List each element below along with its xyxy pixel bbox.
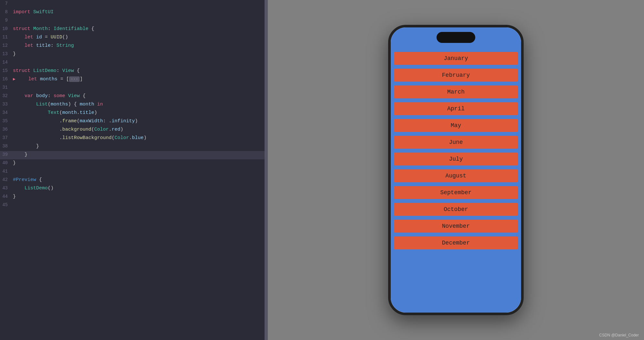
line-content: } bbox=[13, 143, 39, 150]
line-number: 44 bbox=[0, 193, 13, 200]
code-line: 16▶ let months = [···] bbox=[0, 75, 265, 84]
month-bar: January bbox=[394, 52, 518, 65]
line-number: 12 bbox=[0, 42, 13, 49]
line-number: 38 bbox=[0, 143, 13, 150]
line-content: } bbox=[13, 151, 27, 159]
month-bar: February bbox=[394, 69, 518, 82]
line-number: 37 bbox=[0, 134, 13, 141]
month-list-item[interactable]: July bbox=[391, 151, 521, 167]
line-number: 10 bbox=[0, 25, 13, 32]
line-content: .listRowBackground(Color.blue) bbox=[13, 134, 146, 142]
line-number: 9 bbox=[0, 17, 13, 24]
code-line: 12 let title: String bbox=[0, 42, 265, 50]
line-content bbox=[13, 84, 16, 92]
code-line: 8import SwiftUI bbox=[0, 8, 265, 17]
line-content: .frame(maxWidth: .infinity) bbox=[13, 117, 138, 125]
month-bar: May bbox=[394, 119, 518, 132]
line-content: #Preview { bbox=[13, 176, 42, 184]
line-content: let id = UUID() bbox=[13, 34, 68, 41]
month-bar: August bbox=[394, 169, 518, 182]
code-line: 10struct Month: Identifiable { bbox=[0, 25, 265, 34]
line-content: } bbox=[13, 159, 16, 167]
line-number: 11 bbox=[0, 34, 13, 41]
line-content: struct ListDemo: View { bbox=[13, 67, 80, 75]
line-number: 35 bbox=[0, 117, 13, 125]
code-line: 36 .background(Color.red) bbox=[0, 126, 265, 134]
line-number: 7 bbox=[0, 0, 13, 7]
code-line: 35 .frame(maxWidth: .infinity) bbox=[0, 117, 265, 126]
line-number: 31 bbox=[0, 84, 13, 91]
month-list-item[interactable]: August bbox=[391, 167, 521, 184]
month-list-item[interactable]: April bbox=[391, 100, 521, 117]
month-list-item[interactable]: November bbox=[391, 218, 521, 235]
month-bar: December bbox=[394, 236, 518, 249]
line-content: List(months) { month in bbox=[13, 101, 103, 108]
line-content: import SwiftUI bbox=[13, 8, 54, 16]
phone-screen[interactable]: JanuaryFebruaryMarchAprilMayJuneJulyAugu… bbox=[391, 27, 521, 313]
code-line: 32 var body: some View { bbox=[0, 92, 265, 101]
line-content: struct Month: Identifiable { bbox=[13, 25, 94, 33]
line-number: 40 bbox=[0, 159, 13, 166]
month-bar: April bbox=[394, 102, 518, 115]
code-line: 11 let id = UUID() bbox=[0, 34, 265, 42]
line-content: let title: String bbox=[13, 42, 74, 50]
code-lines: 7 8import SwiftUI9 10struct Month: Ident… bbox=[0, 0, 265, 210]
editor-divider bbox=[265, 0, 268, 340]
line-number: 42 bbox=[0, 176, 13, 183]
line-number: 43 bbox=[0, 185, 13, 192]
watermark: CSDN @Daniel_Coder bbox=[599, 333, 639, 337]
code-line: 9 bbox=[0, 17, 265, 25]
month-bar: November bbox=[394, 220, 518, 233]
code-line: 33 List(months) { month in bbox=[0, 101, 265, 109]
line-content: Text(month.title) bbox=[13, 109, 97, 117]
line-content: } bbox=[13, 193, 16, 201]
line-number: 16 bbox=[0, 75, 13, 83]
fold-arrow-icon[interactable]: ▶ bbox=[13, 76, 15, 83]
code-line: 13} bbox=[0, 50, 265, 59]
code-line: 15struct ListDemo: View { bbox=[0, 67, 265, 75]
line-number: 34 bbox=[0, 109, 13, 116]
phone-mockup: JanuaryFebruaryMarchAprilMayJuneJulyAugu… bbox=[388, 25, 524, 315]
month-bar: September bbox=[394, 186, 518, 199]
code-line: 38 } bbox=[0, 143, 265, 151]
line-number: 33 bbox=[0, 101, 13, 108]
line-number: 15 bbox=[0, 67, 13, 74]
code-line: 44} bbox=[0, 193, 265, 201]
code-line: 42#Preview { bbox=[0, 176, 265, 185]
code-line: 34 Text(month.title) bbox=[0, 109, 265, 117]
line-content: var body: some View { bbox=[13, 92, 86, 100]
month-list-item[interactable]: October bbox=[391, 201, 521, 218]
line-number: 45 bbox=[0, 201, 13, 208]
line-content: .background(Color.red) bbox=[13, 126, 123, 134]
month-list-item[interactable]: May bbox=[391, 117, 521, 134]
line-content bbox=[13, 168, 16, 175]
month-list-item[interactable]: February bbox=[391, 67, 521, 84]
month-list-item[interactable]: September bbox=[391, 184, 521, 201]
line-content: ListDemo() bbox=[13, 185, 54, 192]
line-content bbox=[13, 59, 16, 66]
code-line: 14 bbox=[0, 59, 265, 67]
line-content bbox=[13, 0, 16, 8]
month-bar: July bbox=[394, 153, 518, 165]
code-line: 40} bbox=[0, 159, 265, 168]
line-number: 8 bbox=[0, 8, 13, 15]
line-number: 13 bbox=[0, 50, 13, 57]
line-content: let months = [···] bbox=[17, 75, 83, 83]
month-list-item[interactable]: June bbox=[391, 134, 521, 151]
dynamic-island bbox=[437, 32, 475, 43]
month-bar: March bbox=[394, 85, 518, 98]
code-line: 45 bbox=[0, 201, 265, 210]
month-bar: October bbox=[394, 203, 518, 216]
line-content: } bbox=[13, 50, 16, 58]
month-list-item[interactable]: January bbox=[391, 50, 521, 67]
line-number: 39 bbox=[0, 151, 13, 158]
month-list-item[interactable]: March bbox=[391, 84, 521, 100]
code-line: 41 bbox=[0, 168, 265, 176]
preview-area: JanuaryFebruaryMarchAprilMayJuneJulyAugu… bbox=[268, 0, 644, 340]
code-line: 7 bbox=[0, 0, 265, 8]
month-bar: June bbox=[394, 136, 518, 149]
code-editor[interactable]: 7 8import SwiftUI9 10struct Month: Ident… bbox=[0, 0, 265, 340]
line-number: 36 bbox=[0, 126, 13, 133]
line-number: 14 bbox=[0, 59, 13, 66]
month-list-item[interactable]: December bbox=[391, 235, 521, 251]
